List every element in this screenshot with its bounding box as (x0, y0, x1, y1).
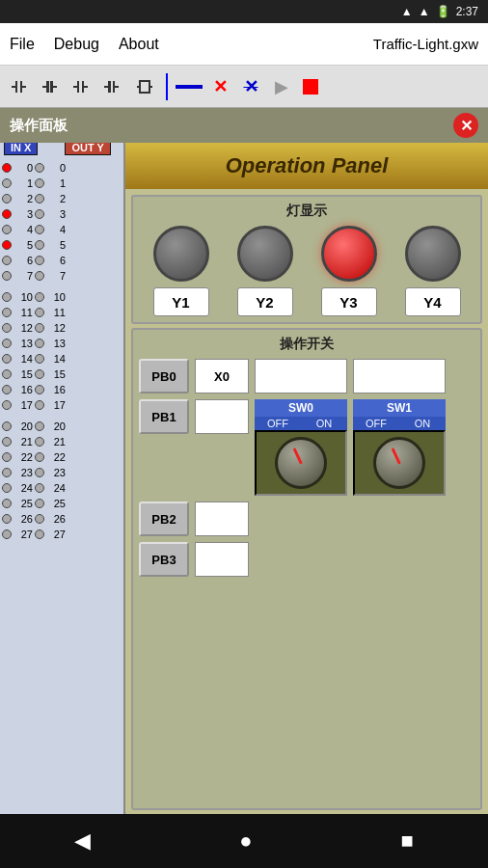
sw0-body[interactable] (255, 430, 347, 496)
menu-about[interactable]: About (119, 36, 159, 53)
tool-contact-c[interactable] (69, 73, 96, 100)
lamps-row (139, 226, 474, 282)
switch-row-2: PB2 (139, 502, 474, 536)
io-row: 17 17 (2, 397, 122, 413)
io-row: 26 26 (2, 511, 122, 527)
out-number: 11 (44, 307, 68, 318)
operation-panel: Operation Panel 灯显示 Y1 Y2 Y3 Y4 (125, 143, 488, 814)
in-number: 3 (12, 208, 35, 220)
pb0-button[interactable]: PB0 (139, 359, 189, 393)
in-number: 22 (12, 451, 35, 463)
empty-box-r0c3 (353, 359, 446, 393)
empty-r3c3 (353, 542, 446, 577)
lamp-labels: Y1 Y2 Y3 Y4 (139, 287, 474, 316)
io-row: 12 12 (2, 320, 122, 336)
in-indicator (2, 529, 12, 539)
tool-contact-d[interactable] (100, 73, 127, 100)
out-indicator (35, 178, 44, 188)
in-indicator (2, 271, 12, 281)
pb2-button[interactable]: PB2 (139, 502, 189, 536)
in-indicator (2, 369, 12, 379)
tool-x-blue[interactable]: ✕ (237, 73, 264, 100)
status-bar: ▲ ▲ 🔋 2:37 (0, 0, 488, 23)
out-indicator (35, 225, 44, 234)
sw0-widget: SW0 OFF ON (255, 399, 347, 496)
out-number: 13 (44, 338, 68, 349)
in-number: 26 (12, 513, 35, 525)
out-number: 24 (44, 482, 68, 494)
in-number: 13 (12, 338, 35, 349)
panel-close-button[interactable]: ✕ (453, 113, 478, 138)
tool-stop[interactable] (303, 79, 318, 95)
tool-contact-a[interactable] (8, 73, 35, 100)
menu-debug[interactable]: Debug (54, 36, 99, 53)
io-row: 3 3 (2, 206, 122, 222)
io-row: 20 20 (2, 419, 122, 434)
tool-line[interactable] (176, 73, 203, 100)
out-indicator (35, 499, 44, 508)
tool-coil[interactable] (131, 73, 158, 100)
in-indicator (2, 339, 12, 348)
empty-box-r0c2 (255, 359, 347, 393)
in-number: 16 (12, 384, 35, 395)
nav-bar: ◀ ● ■ (0, 814, 488, 868)
out-indicator (35, 163, 44, 173)
switch-row-0: PB0 X0 (139, 359, 474, 393)
sw1-off-label[interactable]: OFF (353, 417, 399, 430)
in-number: 1 (12, 177, 35, 189)
in-indicator (2, 385, 12, 394)
out-indicator (35, 483, 44, 493)
out-indicator (35, 194, 44, 203)
tool-play[interactable]: ▶ (268, 73, 295, 100)
pb3-button[interactable]: PB3 (139, 542, 189, 577)
out-indicator (35, 256, 44, 265)
in-indicator (2, 256, 12, 265)
home-button[interactable]: ● (239, 828, 252, 854)
out-number: 3 (44, 208, 68, 220)
in-indicator (2, 437, 12, 447)
pb1-button[interactable]: PB1 (139, 399, 189, 434)
sw1-dial (373, 437, 425, 489)
tool-contact-b[interactable] (39, 73, 66, 100)
out-number: 16 (44, 384, 68, 395)
in-number: 5 (12, 239, 35, 251)
out-indicator (35, 514, 44, 524)
in-indicator (2, 514, 12, 524)
sw1-on-label[interactable]: ON (399, 417, 446, 430)
out-indicator (35, 421, 44, 431)
recent-button[interactable]: ■ (401, 828, 414, 854)
lamp-1 (153, 226, 209, 282)
out-indicator (35, 369, 44, 379)
out-number: 4 (44, 224, 68, 235)
in-indicator (2, 421, 12, 431)
lamp-label-y2: Y2 (237, 287, 293, 316)
out-indicator (35, 209, 44, 219)
sw0-offon: OFF ON (255, 417, 347, 430)
out-number: 20 (44, 420, 68, 432)
content-area: RUN IN X OUT Y 0 0 1 1 2 2 3 (0, 108, 488, 814)
sw0-dial (275, 437, 327, 489)
out-indicator (35, 468, 44, 477)
in-number: 2 (12, 193, 35, 204)
pb2-val-box (195, 502, 249, 536)
io-row: 13 13 (2, 336, 122, 351)
out-number: 12 (44, 322, 68, 334)
empty-r2c2 (255, 502, 347, 536)
back-button[interactable]: ◀ (74, 828, 91, 854)
out-number: 17 (44, 399, 68, 411)
io-row: 25 25 (2, 496, 122, 511)
in-number: 14 (12, 353, 35, 365)
tool-x-red[interactable]: ✕ (206, 73, 233, 100)
in-indicator (2, 194, 12, 203)
sw1-body[interactable] (353, 430, 446, 496)
out-indicator (35, 339, 44, 348)
out-indicator (35, 354, 44, 364)
window-title: Traffic-Light.gxw (373, 36, 478, 52)
out-number: 25 (44, 498, 68, 509)
sw0-off-label[interactable]: OFF (255, 417, 301, 430)
io-row: 11 11 (2, 305, 122, 320)
signal-icon: ▲ (419, 5, 430, 18)
sw0-on-label[interactable]: ON (301, 417, 347, 430)
menu-file[interactable]: File (10, 36, 35, 53)
toolbar: ✕ ✕ ▶ (0, 66, 488, 108)
